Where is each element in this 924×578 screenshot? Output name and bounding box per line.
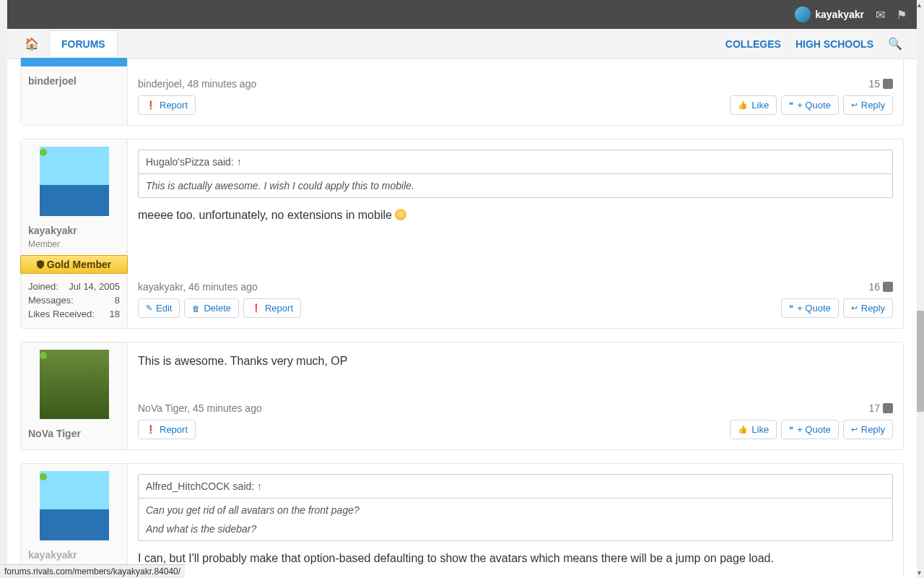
post-username[interactable]: binderjoel [28,72,120,90]
quote-author: Alfred_HitchCOCK said: [146,480,257,492]
username: kayakyakr [815,9,864,20]
avatar-image[interactable] [40,350,109,419]
post-number[interactable]: 17 [868,402,880,414]
post-meta[interactable]: binderjoel, 48 minutes ago [138,78,256,90]
shield-icon [37,260,44,269]
post-meta[interactable]: kayakyakr, 46 minutes ago [138,281,258,293]
post: kayakyakr Alfred_HitchCOCK said: ↑ Can y… [20,463,904,577]
browser-status-bar: forums.rivals.com/members/kayakyakr.8404… [0,564,185,578]
edit-button[interactable]: ✎Edit [138,298,180,318]
reply-icon: ↩ [851,303,858,313]
avatar-image[interactable] [40,471,109,540]
post-username[interactable]: kayakyakr [28,222,120,239]
reply-button[interactable]: ↩Reply [843,420,893,439]
nav-colleges[interactable]: COLLEGES [725,38,781,50]
quote-block: Hugalo'sPizza said: ↑ This is actually a… [138,150,893,198]
pencil-icon: ✎ [146,303,152,313]
gold-member-badge: Gold Member [20,255,128,274]
warning-icon: ❗ [251,303,261,313]
report-button[interactable]: ❗Report [243,298,301,318]
post-body: I can, but I'll probably make that optio… [138,550,893,567]
warning-icon: ❗ [146,425,156,434]
reply-button[interactable]: ↩Reply [843,95,893,115]
user-stats: Joined:Jul 14, 2005 Messages:8 Likes Rec… [28,280,120,321]
search-icon[interactable]: 🔍 [888,37,902,51]
post-number[interactable]: 16 [868,281,880,293]
post-body: meeee too. unfortunately, no extensions … [138,207,893,224]
crying-emoji-icon [395,209,406,220]
reply-icon: ↩ [851,425,858,434]
inbox-icon[interactable]: ✉ [876,8,885,22]
online-status-icon [40,149,47,156]
user-column: binderjoel [21,59,128,125]
online-status-icon [40,352,47,359]
avatar-partial [21,58,127,66]
quote-jump-link[interactable]: ↑ [257,480,262,492]
quote-icon: ❝ [789,425,793,434]
online-status-icon [40,473,47,480]
quote-icon: ❝ [789,100,793,110]
user-column: kayakyakr [21,464,128,577]
share-icon[interactable] [883,403,893,413]
avatar-image[interactable] [40,147,109,216]
quote-body: This is actually awesome. I wish I could… [139,174,892,197]
nav-bar: 🏠 FORUMS COLLEGES HIGH SCHOOLS 🔍 [7,29,917,59]
post: binderjoel binderjoel, 48 minutes ago 15… [20,59,904,126]
share-icon[interactable] [883,282,893,292]
delete-button[interactable]: 🗑Delete [184,298,239,318]
share-icon[interactable] [883,79,893,89]
alerts-icon[interactable]: ⚑ [897,8,907,22]
user-column: kayakyakr Member Gold Member Joined:Jul … [21,139,128,328]
post: NoVa Tiger This is awesome. Thanks very … [20,342,904,450]
like-button[interactable]: 👍Like [730,420,777,439]
post-username[interactable]: NoVa Tiger [28,425,120,442]
reply-icon: ↩ [851,100,858,110]
warning-icon: ❗ [146,100,156,110]
quote-button[interactable]: ❝+ Quote [781,95,839,115]
quote-body: Can you get rid of all avatars on the fr… [139,499,892,540]
user-role: Member [28,239,120,249]
tab-forums[interactable]: FORUMS [49,30,118,57]
avatar-icon [795,7,811,22]
post-body: This is awesome. Thanks very much, OP [138,353,893,370]
thumbs-up-icon: 👍 [738,100,748,110]
home-icon[interactable]: 🏠 [14,30,49,58]
user-column: NoVa Tiger [21,342,128,449]
quote-button[interactable]: ❝+ Quote [781,298,839,318]
quote-author: Hugalo'sPizza said: [146,156,237,168]
post-username[interactable]: kayakyakr [28,546,120,564]
quote-button[interactable]: ❝+ Quote [781,420,839,439]
current-user[interactable]: kayakyakr [795,7,864,22]
quote-jump-link[interactable]: ↑ [237,156,242,168]
trash-icon: 🗑 [192,304,200,313]
top-bar: kayakyakr ✉ ⚑ [7,0,917,29]
quote-block: Alfred_HitchCOCK said: ↑ Can you get rid… [138,474,893,541]
quote-icon: ❝ [789,303,793,313]
like-button[interactable]: 👍Like [730,95,777,115]
thumbs-up-icon: 👍 [738,425,748,434]
report-button[interactable]: ❗Report [138,420,196,439]
report-button[interactable]: ❗Report [138,95,196,115]
nav-highschools[interactable]: HIGH SCHOOLS [796,38,873,50]
reply-button[interactable]: ↩Reply [843,298,893,318]
post: kayakyakr Member Gold Member Joined:Jul … [20,139,904,329]
post-meta[interactable]: NoVa Tiger, 45 minutes ago [138,402,262,414]
post-number[interactable]: 15 [868,78,880,90]
